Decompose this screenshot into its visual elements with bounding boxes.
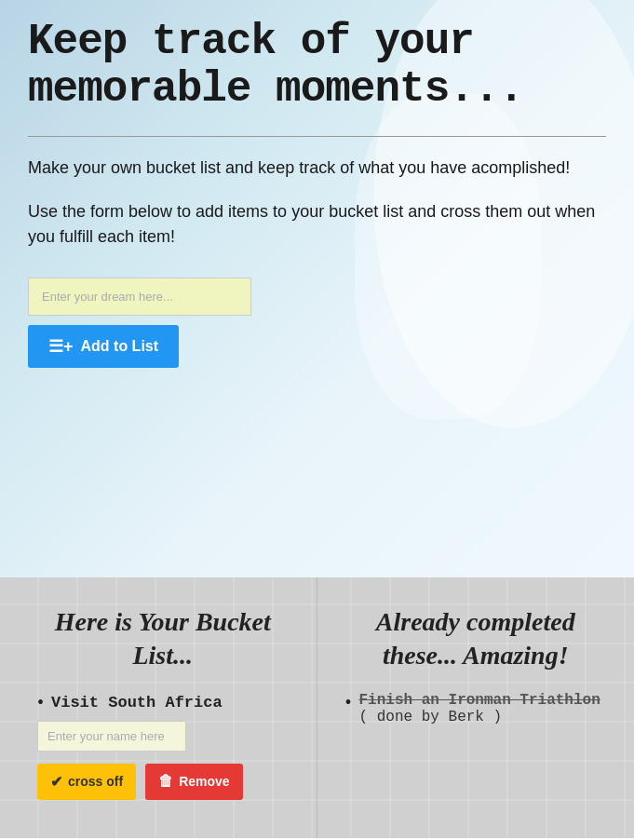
cross-off-button[interactable]: ✔ cross off — [37, 764, 136, 800]
description-line2: Use the form below to add items to your … — [28, 199, 606, 250]
bullet-icon: • — [37, 692, 44, 713]
add-form: ☰+ Add to List — [28, 278, 606, 368]
completed-title: Already completed these... Amazing! — [336, 605, 616, 673]
cross-off-label: cross off — [68, 774, 123, 789]
top-content: Keep track of your memorable moments... … — [28, 19, 606, 368]
completed-column: Already completed these... Amazing! • Fi… — [317, 577, 635, 838]
add-to-list-button[interactable]: ☰+ Add to List — [28, 325, 179, 368]
name-input[interactable] — [37, 721, 186, 752]
bottom-section: Here is Your Bucket List... • Visit Sout… — [0, 577, 634, 838]
remove-label: Remove — [179, 774, 229, 789]
add-button-label: Add to List — [81, 338, 159, 355]
bucket-list-column: Here is Your Bucket List... • Visit Sout… — [0, 577, 317, 838]
completed-strikethrough-text: Finish an Ironman Triathlon — [359, 692, 600, 709]
bucket-item: • Visit South Africa ✔ cross off 🗑 Remov… — [37, 692, 298, 800]
bucket-item-row: • Visit South Africa — [37, 692, 298, 713]
completed-text-block: Finish an Ironman Triathlon ( done by Be… — [359, 692, 615, 725]
bucket-item-text: Visit South Africa — [51, 694, 223, 711]
bucket-list-title: Here is Your Bucket List... — [28, 605, 298, 673]
divider — [28, 136, 606, 137]
item-actions: ✔ cross off 🗑 Remove — [37, 764, 298, 800]
description-line1: Make your own bucket list and keep track… — [28, 156, 606, 181]
check-icon: ✔ — [50, 773, 62, 791]
completed-item: • Finish an Ironman Triathlon ( done by … — [345, 692, 616, 725]
plus-icon: ☰+ — [48, 336, 74, 357]
top-section: Keep track of your memorable moments... … — [0, 0, 634, 577]
trash-icon: 🗑 — [158, 773, 173, 790]
done-by-text: ( done by Berk ) — [359, 709, 503, 725]
remove-button[interactable]: 🗑 Remove — [145, 764, 242, 800]
completed-bullet-icon: • — [345, 692, 352, 713]
dream-input[interactable] — [28, 278, 251, 316]
page-title: Keep track of your memorable moments... — [28, 19, 606, 113]
